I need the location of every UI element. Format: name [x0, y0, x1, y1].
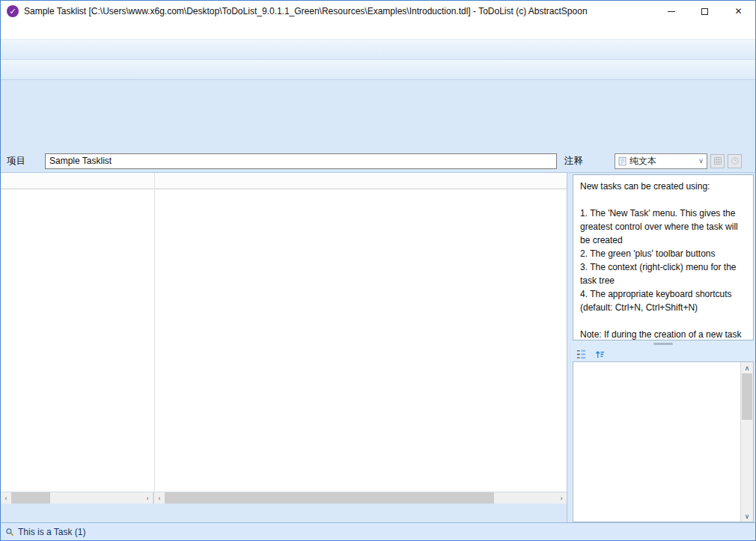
task-list-area: ‹› ‹›: [1, 173, 567, 504]
comments-history-button[interactable]: [728, 154, 742, 168]
comments-format-combo[interactable]: 纯文本 ∨: [615, 153, 707, 169]
app-icon: ✓: [7, 5, 19, 17]
comments-pane[interactable]: New tasks can be created using: 1. The '…: [573, 174, 754, 340]
attributes-toolbar: [571, 346, 755, 361]
column-divider: [154, 173, 155, 492]
statusbar: This is a Task (1): [1, 522, 755, 540]
comments-grid-button[interactable]: [710, 154, 725, 168]
selection-icon: [5, 528, 14, 537]
right-panel: New tasks can be created using: 1. The '…: [571, 173, 755, 522]
columns-horizontal-scrollbar[interactable]: ‹›: [154, 492, 567, 504]
comments-label: 注释: [564, 155, 583, 168]
project-label: 项目: [7, 155, 25, 168]
view-tabbar: [1, 504, 567, 522]
titlebar: ✓ Sample Tasklist [C:\Users\www.x6g.com\…: [1, 1, 755, 22]
close-button[interactable]: ✕: [722, 1, 755, 22]
notepad-icon: [615, 156, 630, 166]
comments-text: New tasks can be created using: 1. The '…: [580, 180, 746, 340]
sort-attributes-button[interactable]: [594, 349, 606, 360]
maximize-button[interactable]: [688, 1, 722, 22]
filter-panel: [1, 80, 755, 150]
project-title-input[interactable]: [45, 153, 557, 169]
project-row: 项目 注释 纯文本 ∨: [1, 150, 755, 173]
app-window: ✓ Sample Tasklist [C:\Users\www.x6g.com\…: [0, 0, 756, 541]
attributes-scrollbar[interactable]: ∧ ∨: [740, 362, 753, 522]
task-table-header: [1, 173, 567, 189]
main-toolbar: [1, 40, 755, 60]
horizontal-splitter[interactable]: [571, 340, 755, 346]
secondary-toolbar: [1, 60, 755, 80]
chevron-down-icon: ∨: [695, 157, 707, 165]
minimize-button[interactable]: [654, 1, 688, 22]
outline-view-button[interactable]: [576, 349, 587, 360]
attributes-panel: ∧ ∨: [573, 361, 754, 522]
selection-text: This is a Task (1): [18, 527, 85, 537]
title-horizontal-scrollbar[interactable]: ‹›: [1, 492, 154, 504]
menubar: [1, 22, 755, 40]
window-title: Sample Tasklist [C:\Users\www.x6g.com\De…: [24, 6, 654, 16]
comments-format-value: 纯文本: [630, 155, 695, 168]
